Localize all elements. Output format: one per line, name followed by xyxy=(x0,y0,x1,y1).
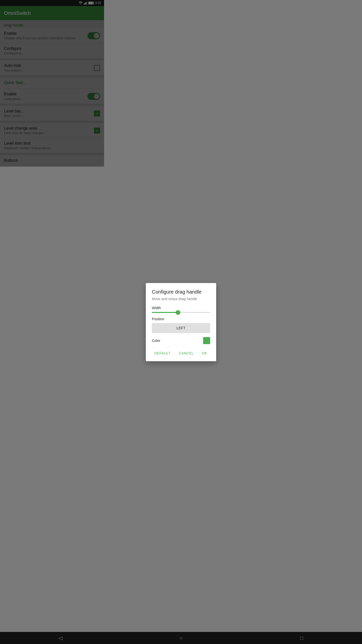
dialog-overlay: Configure drag handle Move and resize dr… xyxy=(0,0,104,185)
